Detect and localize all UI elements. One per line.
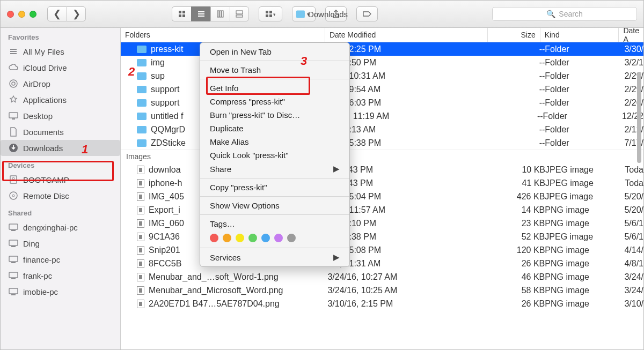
menu-separator: [200, 178, 349, 178]
tag-color-icon[interactable]: [274, 234, 283, 242]
menu-item[interactable]: Burn "press-kit" to Disc…: [200, 108, 349, 122]
menu-item[interactable]: Show View Options: [200, 199, 349, 212]
col-date[interactable]: Date Modified: [325, 28, 488, 42]
menu-item-label: Burn "press-kit" to Disc…: [210, 110, 300, 120]
svg-rect-3: [182, 14, 185, 17]
menu-separator: [200, 248, 349, 248]
tag-color-icon[interactable]: [287, 234, 296, 242]
menu-separator: [200, 214, 349, 215]
sidebar-item-label: imobie-pc: [23, 287, 58, 296]
image-file-icon: [137, 233, 144, 241]
svg-point-17: [10, 80, 17, 87]
menu-item-label: Quick Look "press-kit": [210, 151, 289, 160]
sidebar-item-airdrop[interactable]: AirDrop: [1, 76, 120, 92]
sidebar-section-header: Devices: [1, 156, 120, 172]
row-name: Export_i: [149, 205, 180, 215]
coverflow-view-button[interactable]: [230, 6, 249, 21]
menu-item[interactable]: Services▶: [200, 250, 349, 264]
svg-rect-0: [179, 11, 181, 13]
pc-icon: [8, 271, 19, 280]
svg-rect-9: [222, 11, 223, 17]
sidebar-item-frank-pc[interactable]: frank-pc: [1, 267, 120, 284]
menu-item-label: Services: [210, 253, 241, 262]
apps-icon: [8, 95, 19, 105]
sidebar-item-dengxinghai-pc[interactable]: dengxinghai-pc: [1, 219, 120, 235]
col-size[interactable]: Size: [488, 28, 540, 42]
arrange-button[interactable]: ▾: [259, 6, 282, 21]
tag-color-icon[interactable]: [210, 234, 218, 242]
close-icon[interactable]: [7, 11, 14, 18]
pc-icon: [8, 222, 19, 232]
svg-rect-15: [269, 14, 272, 17]
svg-rect-32: [9, 272, 18, 278]
sidebar-item-label: dengxinghai-pc: [23, 223, 78, 232]
row-date: 22/15, 11:19 AM: [327, 111, 491, 121]
menu-item[interactable]: Quick Look "press-kit": [200, 148, 349, 162]
zoom-icon[interactable]: [30, 11, 36, 18]
sidebar-item-bootcamp[interactable]: BOOTCAMP: [1, 172, 120, 188]
icon-view-button[interactable]: [172, 6, 191, 21]
row-size: --: [492, 138, 545, 148]
col-name[interactable]: Folders: [121, 28, 325, 42]
tag-color-icon[interactable]: [248, 234, 257, 242]
sidebar-item-remote-disc[interactable]: Remote Disc: [1, 188, 120, 204]
menu-item[interactable]: Move to Trash: [200, 63, 349, 77]
table-row[interactable]: Menubar_and_…soft_Word-1.png 3/24/16, 10…: [121, 270, 643, 284]
table-row[interactable]: 2A20E7D1 B47…5AE787D04.png 3/10/16, 2:15…: [121, 297, 643, 310]
image-file-icon: [137, 246, 144, 255]
scrollbar[interactable]: [636, 72, 642, 346]
sidebar-item-all-my-files[interactable]: All My Files: [1, 43, 120, 59]
sidebar-item-documents[interactable]: Documents: [1, 124, 120, 140]
sidebar-item-label: AirDrop: [23, 79, 50, 88]
tag-color-icon[interactable]: [223, 234, 231, 242]
menu-item-label: Share: [210, 165, 231, 174]
tag-color-icon[interactable]: [236, 234, 244, 242]
row-kind: PNG image: [545, 299, 624, 309]
sidebar-item-label: Ding: [23, 239, 40, 248]
row-date: 0/16, 11:57 AM: [327, 205, 492, 215]
menu-item[interactable]: Open in New Tab: [200, 45, 349, 58]
tag-color-icon[interactable]: [261, 234, 270, 242]
minimize-icon[interactable]: [18, 11, 25, 18]
column-view-button[interactable]: [210, 6, 230, 21]
menu-item[interactable]: Make Alias: [200, 135, 349, 148]
row-date: 6/16, 6:03 PM: [327, 98, 492, 108]
menu-item[interactable]: Tags…: [200, 217, 349, 230]
menu-item[interactable]: Compress "press-kit": [200, 95, 349, 108]
search-input[interactable]: 🔍 Search: [492, 7, 637, 21]
menu-item[interactable]: Copy "press-kit": [200, 181, 349, 194]
row-date: /16, 5:50 PM: [327, 58, 492, 68]
traffic-lights: [7, 11, 36, 18]
sidebar-item-finance-pc[interactable]: finance-pc: [1, 251, 120, 267]
sidebar-item-label: Desktop: [23, 111, 53, 121]
menu-item[interactable]: Share▶: [200, 162, 349, 176]
tags-button[interactable]: [356, 6, 378, 21]
table-row[interactable]: Menubar_and_Microsoft_Word.png 3/24/16, …: [121, 284, 643, 297]
sidebar-item-ding[interactable]: Ding: [1, 235, 120, 251]
svg-point-18: [12, 82, 15, 85]
sidebar-item-icloud-drive[interactable]: iCloud Drive: [1, 59, 120, 76]
col-date-added[interactable]: Date A: [619, 28, 643, 42]
search-icon: 🔍: [546, 10, 555, 18]
forward-button[interactable]: ❯: [67, 6, 86, 21]
sidebar-item-label: All My Files: [23, 47, 64, 56]
submenu-arrow-icon: ▶: [333, 252, 340, 262]
svg-rect-4: [198, 11, 204, 12]
folder-icon: [137, 46, 147, 53]
sidebar-item-downloads[interactable]: Downloads: [1, 140, 120, 156]
menu-item[interactable]: Get Info: [200, 81, 349, 95]
row-date: 3/24/16, 10:25 AM: [327, 286, 492, 295]
sidebar-item-desktop[interactable]: Desktop: [1, 108, 120, 124]
image-file-icon: [137, 273, 144, 281]
list-view-button[interactable]: [191, 6, 210, 21]
sidebar-item-imobie-pc[interactable]: imobie-pc: [1, 284, 120, 300]
row-kind: Folder: [545, 44, 624, 54]
col-kind[interactable]: Kind: [540, 28, 619, 42]
menu-item[interactable]: Duplicate: [200, 122, 349, 135]
disc-icon: [8, 191, 19, 200]
image-file-icon: [137, 166, 144, 174]
back-button[interactable]: ❮: [47, 6, 67, 21]
sidebar-item-applications[interactable]: Applications: [1, 92, 120, 108]
view-mode-segment: [172, 6, 249, 21]
scroll-thumb[interactable]: [637, 72, 641, 163]
